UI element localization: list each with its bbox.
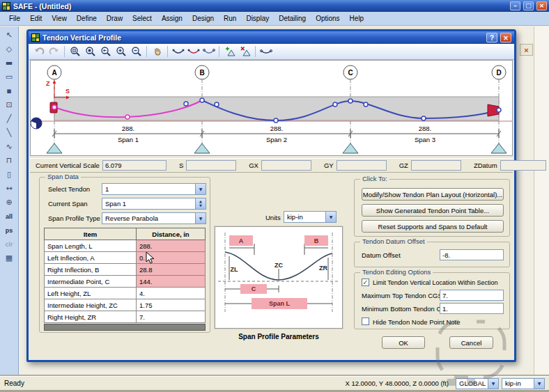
span-profile-type-combo[interactable]: Reverse Parabola ▼ — [102, 212, 206, 224]
zoom-previous-icon[interactable] — [98, 45, 113, 58]
select-pointer-icon[interactable]: ↖ — [2, 29, 17, 42]
menu-file[interactable]: File — [4, 13, 25, 24]
menu-select[interactable]: Select — [127, 13, 157, 24]
svg-text:288.: 288. — [122, 125, 135, 132]
dialog-close-button[interactable]: × — [500, 33, 511, 42]
gz-field[interactable] — [411, 160, 461, 171]
menu-edit[interactable]: Edit — [25, 13, 47, 24]
tendon-profile-solid-icon[interactable] — [171, 45, 185, 58]
units-combo[interactable]: kip-in ▼ — [284, 211, 337, 223]
draw-dimension-icon[interactable]: ↔ — [2, 182, 17, 195]
tendon-profile-colored-icon[interactable] — [186, 45, 201, 58]
draw-slab-icon[interactable]: ▬ — [2, 56, 17, 70]
table-cell-value[interactable]: 28.8 — [137, 264, 206, 276]
menu-detailing[interactable]: Detailing — [274, 13, 311, 24]
snap-grid-icon[interactable]: ▦ — [2, 251, 17, 265]
show-generated-tendon-point-table-button[interactable]: Show Generated Tendon Point Table... — [362, 204, 504, 217]
hide-node-note-checkbox[interactable] — [362, 317, 369, 325]
current-vertical-scale-field[interactable] — [102, 160, 167, 171]
select-tendon-label: Select Tendon — [48, 185, 90, 193]
menu-run[interactable]: Run — [219, 13, 241, 24]
draw-point-object-icon[interactable]: ▪ — [2, 84, 17, 97]
chevron-down-icon[interactable]: ▼ — [534, 379, 544, 389]
gy-field[interactable] — [337, 160, 387, 171]
delete-tendon-point-icon[interactable] — [238, 45, 252, 58]
menu-view[interactable]: View — [47, 13, 72, 24]
tendon-editing-options-group: Tendon Editing Options ✓ Limit Tendon Ve… — [354, 272, 510, 329]
svg-text:D: D — [496, 69, 501, 77]
modify-show-tendon-plan-layout-button[interactable]: Modify/Show Tendon Plan Layout (Horizont… — [362, 188, 504, 201]
select-tendon-combo[interactable]: 1 ▼ — [102, 183, 206, 195]
reset-supports-spans-button[interactable]: Reset Supports and Spans to Default — [362, 220, 504, 233]
current-span-spinner[interactable]: Span 1 ▲▼ — [102, 198, 206, 210]
min-bottom-cgs-field[interactable] — [440, 303, 504, 314]
coordinate-system-combo[interactable]: GLOBAL ▼ — [456, 378, 499, 389]
menu-help[interactable]: Help — [345, 13, 369, 24]
menu-define[interactable]: Define — [72, 13, 102, 24]
add-tendon-point-icon[interactable] — [222, 45, 237, 58]
select-all-button[interactable]: all — [2, 210, 17, 223]
draw-beam-icon[interactable]: ╲ — [2, 126, 17, 139]
zoom-in-icon[interactable] — [114, 45, 128, 58]
zoom-window-icon[interactable] — [68, 45, 82, 58]
draw-tendon-icon[interactable]: ∿ — [2, 140, 17, 153]
ok-button[interactable]: OK — [382, 336, 425, 349]
chevron-down-icon[interactable]: ▼ — [195, 213, 206, 224]
draw-column-icon[interactable]: ⊓ — [2, 154, 17, 167]
svg-text:Z: Z — [46, 80, 50, 87]
zoom-out-icon[interactable] — [129, 45, 144, 58]
chevron-down-icon[interactable]: ▼ — [325, 212, 336, 222]
gx-field[interactable] — [261, 160, 311, 171]
draw-opening-icon[interactable]: ⊡ — [2, 98, 17, 111]
svg-text:ZR: ZR — [319, 265, 327, 272]
table-cell-value[interactable]: 4. — [137, 288, 206, 299]
limit-tendon-checkbox[interactable]: ✓ — [362, 279, 369, 286]
datum-offset-field[interactable] — [440, 249, 504, 260]
restore-button[interactable]: □ — [523, 1, 534, 10]
menu-display[interactable]: Display — [241, 13, 274, 24]
status-units-combo[interactable]: kip-in ▼ — [502, 378, 545, 389]
cancel-button[interactable]: Cancel — [449, 336, 493, 349]
clear-selection-button[interactable]: clr — [2, 237, 17, 251]
close-button[interactable]: × — [536, 1, 547, 10]
table-cell-value[interactable]: 1.75 — [137, 299, 206, 311]
zdatum-field[interactable] — [500, 160, 546, 171]
profile-drawing-area[interactable]: A B C D ZS — [30, 60, 513, 156]
menu-design[interactable]: Design — [187, 13, 219, 24]
chevron-down-icon[interactable]: ▼ — [488, 379, 498, 389]
undo-icon[interactable] — [31, 45, 46, 58]
local-axes: ZS — [46, 80, 70, 100]
child-window-close-icon[interactable]: × — [520, 44, 533, 56]
menu-options[interactable]: Options — [311, 13, 344, 24]
draw-line-icon[interactable]: ╱ — [2, 112, 17, 125]
table-cell-value[interactable]: 288. — [137, 240, 206, 252]
table-cell-value[interactable]: 144. — [137, 276, 206, 288]
s-field[interactable] — [186, 160, 236, 171]
spinner-up-down-icon[interactable]: ▲▼ — [195, 198, 206, 209]
pan-icon[interactable] — [150, 45, 164, 58]
svg-text:288.: 288. — [270, 125, 284, 132]
zoom-full-icon[interactable] — [83, 45, 98, 58]
background-window-edge — [534, 26, 549, 376]
max-top-cgs-field[interactable] — [440, 290, 504, 301]
dialog-titlebar[interactable]: Tendon Vertical Profile ? × — [29, 31, 514, 44]
table-scrollbar[interactable] — [44, 324, 206, 331]
tendon-profile-outline-icon[interactable] — [201, 45, 216, 58]
span-profile-type-label: Span Profile Type — [48, 214, 100, 222]
reshape-object-icon[interactable]: ◇ — [2, 42, 17, 56]
dialog-help-button[interactable]: ? — [486, 33, 497, 42]
tendon-curve-icon[interactable] — [258, 45, 273, 58]
menu-assign[interactable]: Assign — [157, 13, 187, 24]
draw-rect-slab-icon[interactable]: ▭ — [2, 70, 17, 84]
chevron-down-icon[interactable]: ▼ — [195, 184, 206, 194]
redo-icon[interactable] — [47, 45, 61, 58]
draw-wall-icon[interactable]: ▯ — [2, 168, 17, 181]
minimize-button[interactable]: – — [510, 1, 520, 10]
current-vertical-scale-label: Current Vertical Scale — [36, 162, 100, 169]
table-row: Intermediate Point, C144. — [45, 276, 206, 288]
table-cell-value[interactable]: 7. — [137, 311, 206, 323]
toolbar-separator — [146, 46, 147, 57]
edit-points-icon[interactable]: ⊕ — [2, 196, 17, 209]
previous-selection-button[interactable]: ps — [2, 224, 17, 237]
menu-draw[interactable]: Draw — [102, 13, 127, 24]
